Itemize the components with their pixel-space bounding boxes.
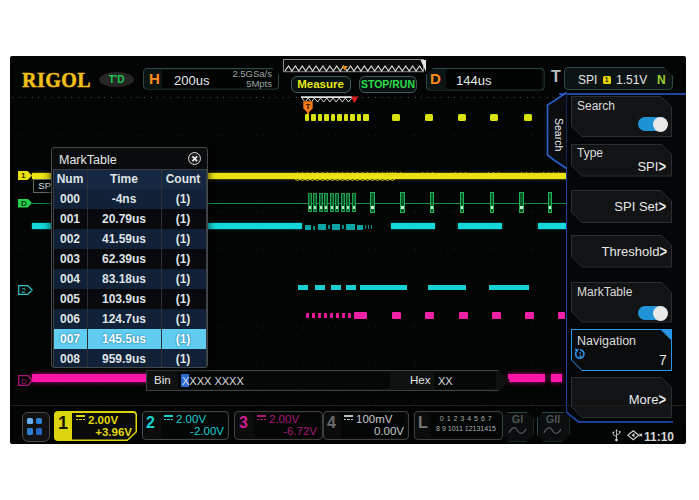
svg-text:T: T [305, 102, 310, 111]
svg-text:2: 2 [21, 286, 25, 295]
svg-text:1: 1 [579, 351, 583, 358]
svg-text:D: D [21, 376, 27, 385]
